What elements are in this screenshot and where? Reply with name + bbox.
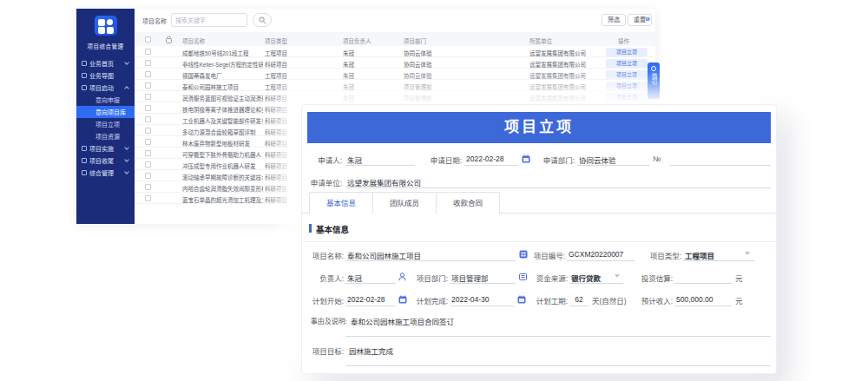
table-row[interactable]: 非线性Keller-Segel方程的定性研究 科研项目 朱冠 协同云体验 远望发… (135, 57, 655, 69)
cell-project-type: 科研项目 (265, 94, 287, 102)
row-checkbox[interactable] (145, 184, 151, 190)
project-name-value[interactable]: 泰和公司园林施工项目 (345, 247, 516, 261)
search-icon (259, 16, 266, 24)
row-checkbox[interactable] (145, 94, 151, 100)
goal-value[interactable]: 园林施工完成 (349, 345, 393, 356)
select-all-checkbox[interactable] (145, 36, 151, 43)
lead-label: 负责人: (302, 273, 344, 283)
search-field-label: 项目名称 (142, 16, 167, 25)
sidebar-item-项目实施[interactable]: 项目实施 (76, 142, 135, 154)
row-checkbox[interactable] (145, 161, 151, 168)
sidebar-item-业务导图[interactable]: 业务导图 (76, 69, 135, 82)
table-header: 项目名称 项目类型 项目负责人 项目部门 所属单位 操作 (135, 32, 655, 46)
fund-source-dropdown-icon[interactable] (615, 274, 620, 278)
calendar-icon[interactable] (517, 295, 526, 304)
row-checkbox[interactable] (145, 128, 151, 134)
plan-start-value[interactable]: 2022-02-28 (345, 292, 396, 306)
side-ribbon-guide[interactable]: 指引 (648, 62, 660, 99)
org-icon[interactable] (518, 273, 528, 281)
archive-icon (82, 158, 87, 163)
sidebar-item-项目启动[interactable]: 项目启动 (76, 82, 135, 94)
sidebar-item-项目资源[interactable]: 项目资源 (76, 130, 135, 142)
row-checkbox[interactable] (145, 49, 151, 55)
table-row[interactable]: 德国蒂森发电厂 工程项目 朱冠 协同云体验 远望发展集团有限公司 项目立项 (135, 69, 655, 80)
sidebar-item-综合管理[interactable]: 综合管理 (76, 167, 135, 179)
project-dept-value[interactable]: 项目管理部 (450, 270, 516, 284)
invest-estimate-value[interactable] (674, 270, 732, 284)
calendar-icon[interactable] (398, 295, 407, 304)
filter-button[interactable]: 筛选 (602, 14, 626, 26)
row-checkbox[interactable] (145, 195, 151, 201)
expected-income-value[interactable]: 500,000.00 (674, 292, 732, 306)
project-type-value[interactable]: 工程项目 (683, 247, 754, 261)
lead-value[interactable]: 朱冠 (345, 270, 396, 284)
invest-estimate-unit: 元 (735, 273, 743, 283)
cell-project-type: 科研项目 (265, 150, 287, 159)
number-value[interactable] (670, 152, 771, 166)
tab-basic-info[interactable]: 基本信息 (309, 192, 373, 213)
row-action-project-initiation-button[interactable]: 项目立项 (606, 82, 648, 90)
apply-unit-value[interactable]: 远望发展集团有限公司 (345, 174, 771, 188)
search-input[interactable] (171, 13, 247, 27)
sidebar-item-项目立项[interactable]: 项目立项 (76, 118, 135, 130)
project-code-value[interactable]: GCXM20220007 (567, 247, 635, 261)
row-action-project-initiation-button[interactable]: 项目立项 (606, 48, 648, 56)
plan-duration-value[interactable]: 62 (569, 292, 589, 306)
calendar-icon[interactable] (522, 154, 530, 163)
table-row[interactable]: 润滑服务蓝图可视验证主动润滑基础研究 科研项目 朱冠 项目管理部 远望发展集团有… (135, 91, 655, 102)
plan-start-label: 计划开始: (302, 295, 344, 305)
form-row-b: 负责人: 朱冠 项目部门: 项目管理部 资金来源: 银行贷款 投资估算: 元 (302, 270, 776, 284)
header-unit: 所属单位 (529, 36, 552, 45)
section-divider (302, 241, 776, 242)
project-name-label: 项目名称: (302, 250, 344, 260)
cell-project-dept: 协同云体验 (404, 49, 432, 57)
project-picker-icon[interactable] (519, 250, 528, 259)
expand-columns-icon[interactable]: » (645, 13, 650, 23)
apply-dept-value[interactable]: 协同云体验 (577, 152, 650, 166)
header-project-type: 项目类型 (265, 36, 287, 45)
rocket-icon (82, 85, 87, 90)
sidebar-item-意向申报[interactable]: 意向申报 (76, 94, 135, 106)
cell-project-name: 可穿戴型下肢外骨骼助力机器人 (182, 150, 263, 159)
sidebar-item-项目收尾[interactable]: 项目收尾 (76, 154, 135, 167)
row-checkbox[interactable] (145, 173, 151, 179)
modal-title: 项目立项 (307, 112, 771, 143)
cell-project-type: 科研项目 (265, 105, 287, 114)
row-checkbox[interactable] (145, 105, 151, 111)
cell-project-name: 冲压成型专用作业机器人研发 (182, 161, 263, 170)
row-checkbox[interactable] (145, 139, 151, 145)
search-button[interactable] (253, 13, 272, 27)
sidebar-item-label: 业务首页 (89, 59, 114, 68)
applicant-value[interactable]: 朱冠 (345, 152, 415, 166)
row-checkbox[interactable] (145, 82, 151, 89)
plan-finish-value[interactable]: 2022-04-30 (450, 292, 514, 306)
row-checkbox[interactable] (145, 150, 151, 156)
row-action-project-initiation-button[interactable]: 项目立项 (606, 93, 648, 102)
cell-project-type: 科研项目 (265, 195, 287, 204)
row-checkbox[interactable] (145, 71, 151, 77)
header-project-name: 项目名称 (182, 36, 205, 45)
row-action-project-initiation-button[interactable]: 项目立项 (606, 70, 648, 79)
reason-value[interactable]: 泰和公司园林施工项目合同签订 (351, 316, 454, 326)
tab-team-members[interactable]: 团队成员 (372, 192, 437, 213)
sidebar-item-意向项目库[interactable]: 意向项目库 (76, 106, 135, 118)
cell-unit: 远望发展集团有限公司 (529, 60, 586, 69)
cell-project-name: 铁电阴极等离子体推进器理论和实验研究 (182, 105, 263, 114)
cell-project-type: 科研项目 (265, 184, 287, 193)
cell-project-type: 工程项目 (265, 49, 287, 57)
apply-date-value[interactable]: 2022-02-28 (464, 152, 518, 166)
project-type-dropdown-icon[interactable] (745, 252, 750, 255)
sidebar-item-业务首页[interactable]: 业务首页 (76, 57, 135, 69)
header-project-dept: 项目部门 (404, 36, 426, 45)
row-action-project-initiation-button[interactable]: 项目立项 (606, 59, 648, 68)
form-row-goal: 项目目标: 园林施工完成 (302, 343, 776, 367)
cell-project-name: 工业机器人及关键智能部件研发与产业化 (182, 116, 263, 125)
tab-payment-contracts[interactable]: 收款合同 (436, 192, 500, 213)
row-checkbox[interactable] (145, 116, 151, 122)
table-row[interactable]: 成都地铁50号线201段工程 工程项目 朱冠 协同云体验 远望发展集团有限公司 … (135, 46, 655, 57)
table-row[interactable]: 泰和公司园林施工项目 工程项目 朱冠 项目管理部 远望发展集团有限公司 项目立项 (135, 80, 655, 91)
row-checkbox[interactable] (145, 60, 151, 66)
cell-project-type: 科研项目 (265, 139, 287, 148)
person-icon[interactable] (398, 273, 406, 281)
reason-label: 事由及说明: (302, 316, 347, 325)
